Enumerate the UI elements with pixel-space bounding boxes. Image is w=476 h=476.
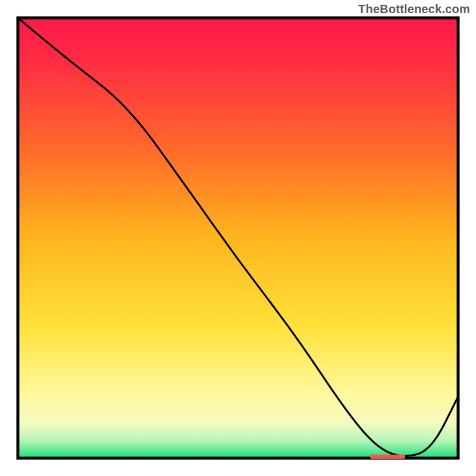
plot-background [18, 18, 458, 458]
bottleneck-chart [0, 0, 476, 476]
trough-marker [370, 455, 405, 459]
chart-stage: TheBottleneck.com [0, 0, 476, 476]
